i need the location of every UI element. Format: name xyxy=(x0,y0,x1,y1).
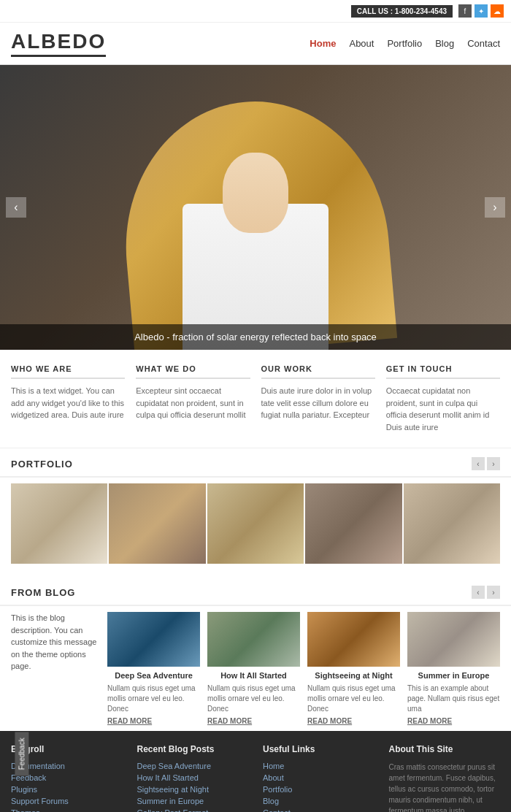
info-who-title: WHO WE ARE xyxy=(11,364,125,379)
nav-contact[interactable]: Contact xyxy=(467,38,500,49)
portfolio-item-2[interactable] xyxy=(109,483,205,564)
footer: Blogroll Documentation Feedback Plugins … xyxy=(0,731,511,812)
facebook-icon[interactable]: f xyxy=(458,4,472,18)
info-col-who: WHO WE ARE This is a text widget. You ca… xyxy=(11,364,125,433)
portfolio-item-4[interactable] xyxy=(305,483,402,564)
footer-link-plugins[interactable]: Plugins xyxy=(11,785,123,794)
blog-post-3-title: Sightseeing at Night xyxy=(307,671,400,680)
main-nav: Home About Portfolio Blog Contact xyxy=(310,38,500,49)
footer-cols: Blogroll Documentation Feedback Plugins … xyxy=(11,744,500,812)
nav-blog[interactable]: Blog xyxy=(435,38,454,49)
portfolio-title: PORTFOLIO xyxy=(11,459,73,470)
info-section: WHO WE ARE This is a text widget. You ca… xyxy=(0,350,511,448)
twitter-icon[interactable]: ✦ xyxy=(474,4,488,18)
blog-content: This is the blog description. You can cu… xyxy=(0,606,511,731)
nav-home[interactable]: Home xyxy=(310,38,336,49)
blog-nav: ‹ › xyxy=(472,586,500,599)
portfolio-thumb-4 xyxy=(305,483,402,564)
footer-recent-2[interactable]: How It All Started xyxy=(137,773,249,782)
footer-useful-home[interactable]: Home xyxy=(263,762,374,770)
footer-useful-blog[interactable]: Blog xyxy=(263,797,374,805)
footer-useful-contact[interactable]: Contact xyxy=(263,808,374,812)
blog-post-4-title: Summer in Europe xyxy=(407,671,500,680)
nav-about[interactable]: About xyxy=(349,38,374,49)
hero-person xyxy=(153,80,358,350)
footer-link-themes[interactable]: Themes xyxy=(11,808,123,812)
top-bar: CALL US : 1-800-234-4543 f ✦ ☁ xyxy=(0,0,511,23)
social-icons: f ✦ ☁ xyxy=(458,4,504,18)
portfolio-nav-right[interactable]: › xyxy=(487,457,500,470)
footer-useful-title: Useful Links xyxy=(263,744,374,754)
blog-post-4: Summer in Europe This is an example abou… xyxy=(407,612,500,725)
info-col-what: WHAT WE DO Excepteur sint occaecat cupid… xyxy=(136,364,250,433)
info-work-title: OUR WORK xyxy=(261,364,375,379)
footer-about-title: About This Site xyxy=(389,744,501,754)
blog-header: FROM BLOG ‹ › xyxy=(0,577,511,606)
blog-post-2-text: Nullam quis risus eget uma mollis ornare… xyxy=(207,683,300,714)
blog-thumb-3[interactable] xyxy=(307,612,400,667)
blog-post-3-text: Nullam quis risus eget uma mollis ornare… xyxy=(307,683,400,714)
blog-post-1-text: Nullam quis risus eget uma mollis ornare… xyxy=(107,683,200,714)
portfolio-item-3[interactable] xyxy=(207,483,304,564)
portfolio-nav-left[interactable]: ‹ xyxy=(472,457,485,470)
blog-post-2-readmore[interactable]: READ MORE xyxy=(207,717,300,725)
blog-post-2: How It All Started Nullam quis risus ege… xyxy=(207,612,300,725)
info-touch-text: Occaecat cupidatat non proident, sunt in… xyxy=(386,385,500,433)
blog-post-2-title: How It All Started xyxy=(207,671,300,680)
blog-description: This is the blog description. You can cu… xyxy=(11,612,99,725)
footer-about-text: Cras mattis consectetur purus sit amet f… xyxy=(389,762,501,812)
blog-nav-left[interactable]: ‹ xyxy=(472,586,485,599)
footer-recent-title: Recent Blog Posts xyxy=(137,744,249,754)
portfolio-item-1[interactable] xyxy=(11,483,107,564)
blog-thumb-2[interactable] xyxy=(207,612,300,667)
footer-recent-1[interactable]: Deep Sea Adventure xyxy=(137,762,249,770)
blog-post-4-readmore[interactable]: READ MORE xyxy=(407,717,500,725)
blog-post-3: Sightseeing at Night Nullam quis risus e… xyxy=(307,612,400,725)
footer-col-about: About This Site Cras mattis consectetur … xyxy=(389,744,501,812)
blog-nav-right[interactable]: › xyxy=(487,586,500,599)
feedback-tab[interactable]: Feedback xyxy=(15,732,28,776)
portfolio-thumb-1 xyxy=(11,483,107,564)
info-who-text: This is a text widget. You can add any w… xyxy=(11,385,125,421)
blog-post-1: Deep Sea Adventure Nullam quis risus ege… xyxy=(107,612,200,725)
footer-useful-about[interactable]: About xyxy=(263,773,374,782)
rss-icon[interactable]: ☁ xyxy=(491,4,504,18)
footer-useful-portfolio[interactable]: Portfolio xyxy=(263,785,374,794)
hero-image xyxy=(0,65,511,350)
footer-col-links: Useful Links Home About Portfolio Blog C… xyxy=(263,744,374,812)
header: ALBEDO Home About Portfolio Blog Contact xyxy=(0,23,511,65)
footer-recent-4[interactable]: Summer in Europe xyxy=(137,797,249,805)
portfolio-header: PORTFOLIO ‹ › xyxy=(0,448,511,478)
footer-recent-3[interactable]: Sightseeing at Night xyxy=(137,785,249,794)
blog-thumb-1[interactable] xyxy=(107,612,200,667)
info-col-work: OUR WORK Duis aute irure dolor in in vol… xyxy=(261,364,375,433)
blog-post-1-title: Deep Sea Adventure xyxy=(107,671,200,680)
portfolio-thumb-5 xyxy=(404,483,500,564)
blog-post-3-readmore[interactable]: READ MORE xyxy=(307,717,400,725)
hero-slider: ‹ › Albedo - fraction of solar energy re… xyxy=(0,65,511,350)
portfolio-thumb-2 xyxy=(109,483,205,564)
blog-posts: Deep Sea Adventure Nullam quis risus ege… xyxy=(107,612,500,725)
hero-arrow-left[interactable]: ‹ xyxy=(6,197,26,218)
portfolio-grid xyxy=(0,478,511,570)
blog-thumb-4[interactable] xyxy=(407,612,500,667)
blog-section: FROM BLOG ‹ › This is the blog descripti… xyxy=(0,570,511,731)
portfolio-item-5[interactable] xyxy=(404,483,500,564)
footer-link-support[interactable]: Support Forums xyxy=(11,797,123,805)
footer-col-recent: Recent Blog Posts Deep Sea Adventure How… xyxy=(137,744,249,812)
info-touch-title: GET IN TOUCH xyxy=(386,364,500,379)
portfolio-nav: ‹ › xyxy=(472,457,500,470)
hero-caption: Albedo - fraction of solar energy reflec… xyxy=(0,324,511,350)
info-col-touch: GET IN TOUCH Occaecat cupidatat non proi… xyxy=(386,364,500,433)
hero-arrow-right[interactable]: › xyxy=(485,197,505,218)
footer-recent-5[interactable]: Gallery Post Format xyxy=(137,808,249,812)
call-us-label: CALL US : 1-800-234-4543 xyxy=(351,5,453,18)
blog-title: FROM BLOG xyxy=(11,587,75,598)
info-what-text: Excepteur sint occaecat cupidatat non pr… xyxy=(136,385,250,421)
nav-portfolio[interactable]: Portfolio xyxy=(387,38,422,49)
blog-post-1-readmore[interactable]: READ MORE xyxy=(107,717,200,725)
portfolio-thumb-3 xyxy=(207,483,304,564)
logo: ALBEDO xyxy=(11,30,106,57)
person-face xyxy=(223,153,288,233)
info-work-text: Duis aute irure dolor in in volup tate v… xyxy=(261,385,375,421)
